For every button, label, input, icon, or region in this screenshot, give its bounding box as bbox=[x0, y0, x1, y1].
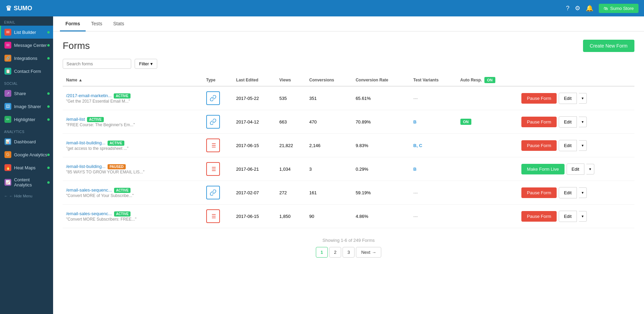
pause-form-button[interactable]: Pause Form bbox=[521, 187, 557, 198]
table-row: /email-list-building...ACTIVE "get acces… bbox=[63, 134, 634, 157]
email-section-label: Email bbox=[0, 16, 53, 26]
edit-dropdown-button[interactable]: ▾ bbox=[579, 140, 587, 151]
store-icon: 🛍 bbox=[604, 6, 608, 11]
edit-dropdown-button[interactable]: ▾ bbox=[579, 117, 587, 127]
sidebar-item-message-center[interactable]: ✉ Message Center bbox=[0, 39, 53, 52]
notifications-icon[interactable]: 🔔 bbox=[586, 4, 593, 12]
dot-indicator bbox=[47, 31, 50, 34]
heat-maps-label: Heat Maps bbox=[14, 165, 36, 170]
content-analytics-label: Content Analytics bbox=[14, 177, 47, 187]
form-name-link[interactable]: /email-list-building... bbox=[66, 140, 106, 145]
edit-button[interactable]: Edit bbox=[559, 93, 577, 104]
form-name-link[interactable]: /email-list-building... bbox=[66, 164, 106, 169]
edit-dropdown-button[interactable]: ▾ bbox=[579, 93, 587, 104]
message-center-label: Message Center bbox=[14, 43, 47, 48]
auto-resp-cell bbox=[457, 134, 518, 157]
help-icon[interactable]: ? bbox=[566, 5, 569, 12]
edit-button[interactable]: Edit bbox=[559, 187, 577, 198]
conversions-cell: 2,146 bbox=[306, 134, 352, 157]
form-description: "Get the 2017 Essential Email M..." bbox=[66, 99, 199, 104]
logo-text: SUMO bbox=[14, 5, 32, 12]
hide-menu-arrow: ← bbox=[4, 194, 8, 198]
sidebar-item-inner: ↗ Share bbox=[4, 90, 26, 97]
tab-stats[interactable]: Stats bbox=[108, 17, 129, 31]
sidebar-item-image-sharer[interactable]: 🖼 Image Sharer bbox=[0, 100, 53, 113]
dot-indicator bbox=[47, 181, 50, 184]
page-btn-3[interactable]: 3 bbox=[343, 247, 355, 258]
pause-form-button[interactable]: Pause Form bbox=[521, 140, 557, 151]
edit-button[interactable]: Edit bbox=[559, 211, 577, 222]
conversion-rate-cell: 9.83% bbox=[352, 134, 410, 157]
type-icon bbox=[206, 162, 220, 176]
sidebar-item-dashboard[interactable]: 📊 Dashboard bbox=[0, 135, 53, 148]
sidebar-item-inner: ✉ Message Center bbox=[4, 42, 47, 49]
pause-form-button[interactable]: Pause Form bbox=[521, 117, 557, 127]
form-name-link[interactable]: /email-sales-sequenc... bbox=[66, 211, 112, 216]
table-row: /email-sales-sequenc...ACTIVE "Convert M… bbox=[63, 181, 634, 205]
sidebar-item-google-analytics[interactable]: G Google Analytics bbox=[0, 148, 53, 161]
last-edited-cell: 2017-05-22 bbox=[233, 86, 276, 110]
forms-table: Name ▲ Type Last Edited Views Conversion… bbox=[63, 74, 634, 228]
sidebar: Email ✉ List Builder ✉ Message Center 🔗 … bbox=[0, 16, 53, 314]
actions-cell: Pause Form Edit▾ bbox=[518, 205, 634, 228]
status-badge: ACTIVE bbox=[108, 141, 124, 146]
create-new-form-button[interactable]: Create New Form bbox=[583, 40, 634, 52]
filter-button[interactable]: Filter ▾ bbox=[135, 59, 157, 69]
dot-indicator bbox=[47, 154, 50, 156]
auto-resp-toggle-header[interactable]: ON bbox=[484, 77, 496, 83]
col-views: Views bbox=[276, 74, 306, 86]
sidebar-item-content-analytics[interactable]: 📈 Content Analytics bbox=[0, 174, 53, 191]
sidebar-item-list-builder[interactable]: ✉ List Builder bbox=[0, 26, 53, 39]
test-variants-cell: --- bbox=[410, 205, 457, 228]
status-badge: PAUSED bbox=[108, 164, 126, 169]
settings-icon[interactable]: ⚙ bbox=[575, 4, 580, 12]
form-description: "Convert MORE of Your Subscribe..." bbox=[66, 193, 199, 198]
col-name[interactable]: Name ▲ bbox=[63, 74, 203, 86]
actions-group: Pause Form Edit▾ bbox=[521, 140, 631, 151]
edit-dropdown-button[interactable]: ▾ bbox=[586, 164, 594, 174]
filter-chevron-icon: ▾ bbox=[150, 61, 153, 66]
edit-button[interactable]: Edit bbox=[559, 140, 577, 151]
edit-button[interactable]: Edit bbox=[559, 116, 577, 128]
sidebar-item-heat-maps[interactable]: 🔥 Heat Maps bbox=[0, 161, 53, 174]
dashboard-icon: 📊 bbox=[4, 138, 11, 145]
page-btn-2[interactable]: 2 bbox=[329, 247, 341, 258]
col-auto-resp: Auto Resp. ON bbox=[457, 74, 518, 86]
tab-tests[interactable]: Tests bbox=[86, 17, 108, 31]
sidebar-item-share[interactable]: ↗ Share bbox=[0, 87, 53, 100]
views-cell: 272 bbox=[276, 181, 306, 205]
edit-dropdown-button[interactable]: ▾ bbox=[579, 187, 587, 198]
type-icon bbox=[206, 115, 220, 129]
page-btn-1[interactable]: 1 bbox=[316, 247, 328, 258]
pause-form-button[interactable]: Pause Form bbox=[521, 211, 557, 222]
next-button[interactable]: Next → bbox=[356, 247, 381, 258]
last-edited-cell: 2017-06-15 bbox=[233, 134, 276, 157]
tab-forms[interactable]: Forms bbox=[60, 17, 86, 31]
sidebar-item-integrations[interactable]: 🔗 Integrations bbox=[0, 52, 53, 65]
form-name-link[interactable]: /2017-email-marketin... bbox=[66, 93, 112, 98]
page-header: Forms Create New Form bbox=[63, 40, 634, 52]
auto-resp-cell bbox=[457, 181, 518, 205]
make-form-live-button[interactable]: Make Form Live bbox=[521, 164, 564, 174]
auto-resp-toggle[interactable]: ON bbox=[460, 119, 472, 125]
col-type: Type bbox=[203, 74, 233, 86]
test-variants-cell: B bbox=[410, 110, 457, 134]
edit-button[interactable]: Edit bbox=[567, 163, 584, 175]
pause-form-button[interactable]: Pause Form bbox=[521, 93, 557, 104]
sidebar-item-contact-form[interactable]: 📋 Contact Form bbox=[0, 65, 53, 78]
views-cell: 1,034 bbox=[276, 157, 306, 181]
hide-menu-link[interactable]: ← ← Hide Menu bbox=[0, 191, 53, 201]
form-name-link[interactable]: /email-sales-sequenc... bbox=[66, 187, 112, 193]
form-name-link[interactable]: /email-list bbox=[66, 117, 85, 122]
search-input[interactable] bbox=[63, 59, 131, 69]
sumo-logo: ♛ SUMO bbox=[5, 4, 32, 12]
sidebar-item-inner: G Google Analytics bbox=[4, 151, 47, 158]
table-row: /email-sales-sequenc...ACTIVE "Convert M… bbox=[63, 205, 634, 228]
analytics-section-label: Analytics bbox=[0, 126, 53, 135]
edit-dropdown-button[interactable]: ▾ bbox=[579, 211, 587, 222]
status-badge: ACTIVE bbox=[114, 211, 131, 217]
sumo-store-button[interactable]: 🛍 Sumo Store bbox=[599, 4, 639, 13]
contact-form-label: Contact Form bbox=[14, 69, 41, 74]
sidebar-item-highlighter[interactable]: ✏ Highlighter bbox=[0, 113, 53, 126]
conversions-cell: 3 bbox=[306, 157, 352, 181]
